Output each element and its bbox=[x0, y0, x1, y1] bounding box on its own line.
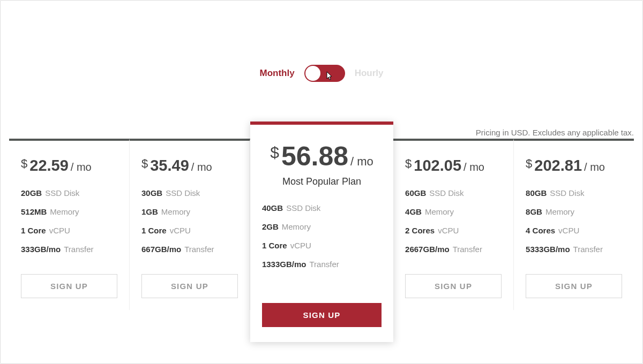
price-period: / mo bbox=[71, 161, 92, 173]
spec-value: 8GB bbox=[526, 207, 542, 216]
pricing-row: $22.59/ mo 20GBSSD Disk 512MBMemory 1 Co… bbox=[9, 122, 634, 342]
signup-button[interactable]: SIGN UP bbox=[405, 274, 502, 298]
plan-specs: 80GBSSD Disk 8GBMemory 4 CoresvCPU 5333G… bbox=[526, 188, 622, 254]
plan-price: $56.88/ mo bbox=[262, 141, 382, 172]
pricing-grid: $22.59/ mo 20GBSSD Disk 512MBMemory 1 Co… bbox=[9, 122, 634, 342]
spec-label: Transfer bbox=[184, 245, 214, 254]
spec-value: 512MB bbox=[21, 207, 47, 216]
plan-specs: 20GBSSD Disk 512MBMemory 1 CorevCPU 333G… bbox=[21, 188, 117, 254]
spec-value: 30GB bbox=[141, 188, 162, 198]
plan-card: $22.59/ mo 20GBSSD Disk 512MBMemory 1 Co… bbox=[9, 139, 130, 310]
spec-label: vCPU bbox=[290, 241, 311, 250]
spec-row: 2 CoresvCPU bbox=[405, 226, 502, 235]
spec-label: SSD Disk bbox=[166, 188, 200, 198]
spec-value: 4GB bbox=[405, 207, 422, 216]
spec-value: 2667GB/mo bbox=[405, 245, 450, 254]
toggle-handle[interactable] bbox=[305, 66, 320, 81]
spec-row: 333GB/moTransfer bbox=[21, 245, 117, 254]
toggle-label-hourly[interactable]: Hourly bbox=[355, 68, 384, 79]
spec-label: vCPU bbox=[49, 226, 70, 235]
spec-row: 1 CorevCPU bbox=[262, 241, 382, 250]
spec-label: vCPU bbox=[170, 226, 191, 235]
plan-specs: 30GBSSD Disk 1GBMemory 1 CorevCPU 667GB/… bbox=[141, 188, 238, 254]
signup-button[interactable]: SIGN UP bbox=[262, 303, 382, 327]
spec-row: 2GBMemory bbox=[262, 222, 382, 231]
plan-card-featured: $56.88/ mo Most Popular Plan 40GBSSD Dis… bbox=[250, 122, 393, 342]
price-period: / mo bbox=[584, 161, 605, 173]
signup-button[interactable]: SIGN UP bbox=[21, 274, 117, 298]
currency-symbol: $ bbox=[526, 157, 532, 170]
spec-row: 512MBMemory bbox=[21, 207, 117, 216]
plan-price: $35.49/ mo bbox=[141, 157, 238, 175]
billing-period-toggle: Monthly Hourly bbox=[1, 1, 642, 82]
plan-card: $102.05/ mo 60GBSSD Disk 4GBMemory 2 Cor… bbox=[393, 139, 514, 310]
spec-label: SSD Disk bbox=[286, 203, 320, 213]
spec-value: 20GB bbox=[21, 188, 42, 198]
spec-value: 333GB/mo bbox=[21, 245, 61, 254]
spec-value: 80GB bbox=[526, 188, 547, 198]
spec-label: Transfer bbox=[309, 260, 339, 269]
spec-label: Transfer bbox=[64, 245, 93, 254]
spec-label: SSD Disk bbox=[429, 188, 463, 198]
spec-row: 2667GB/moTransfer bbox=[405, 245, 502, 254]
spec-label: Memory bbox=[425, 207, 454, 216]
spec-label: Memory bbox=[282, 222, 311, 231]
plan-card: $35.49/ mo 30GBSSD Disk 1GBMemory 1 Core… bbox=[130, 139, 250, 310]
spec-label: SSD Disk bbox=[45, 188, 79, 198]
plan-specs: 60GBSSD Disk 4GBMemory 2 CoresvCPU 2667G… bbox=[405, 188, 502, 254]
spec-value: 2 Cores bbox=[405, 226, 435, 235]
spec-label: Transfer bbox=[453, 245, 482, 254]
spec-row: 1 CorevCPU bbox=[21, 226, 117, 235]
popular-label: Most Popular Plan bbox=[262, 176, 382, 187]
spec-label: Transfer bbox=[573, 245, 603, 254]
spec-row: 667GB/moTransfer bbox=[141, 245, 238, 254]
spec-label: vCPU bbox=[558, 226, 579, 235]
spec-row: 4 CoresvCPU bbox=[526, 226, 622, 235]
plan-card: $202.81/ mo 80GBSSD Disk 8GBMemory 4 Cor… bbox=[514, 139, 634, 310]
spec-value: 1 Core bbox=[21, 226, 46, 235]
spec-label: Memory bbox=[161, 207, 190, 216]
spec-value: 1 Core bbox=[141, 226, 167, 235]
spec-value: 667GB/mo bbox=[141, 245, 181, 254]
spec-row: 1333GB/moTransfer bbox=[262, 260, 382, 269]
currency-symbol: $ bbox=[270, 143, 279, 161]
spec-value: 5333GB/mo bbox=[526, 245, 570, 254]
spec-row: 8GBMemory bbox=[526, 207, 622, 216]
spec-value: 1 Core bbox=[262, 241, 287, 250]
price-period: / mo bbox=[191, 161, 212, 173]
spec-row: 1GBMemory bbox=[141, 207, 238, 216]
spec-value: 4 Cores bbox=[526, 226, 555, 235]
plan-price: $22.59/ mo bbox=[21, 157, 117, 175]
pricing-page: Monthly Hourly Pricing in USD. Excludes … bbox=[0, 0, 643, 364]
price-period: / mo bbox=[350, 155, 373, 168]
spec-row: 80GBSSD Disk bbox=[526, 188, 622, 198]
price-amount: 22.59 bbox=[29, 157, 69, 174]
price-amount: 202.81 bbox=[534, 157, 582, 174]
spec-value: 40GB bbox=[262, 203, 283, 213]
spec-row: 40GBSSD Disk bbox=[262, 203, 382, 213]
spec-row: 4GBMemory bbox=[405, 207, 502, 216]
price-amount: 102.05 bbox=[414, 157, 461, 174]
spec-value: 1333GB/mo bbox=[262, 260, 306, 269]
price-period: / mo bbox=[463, 161, 484, 173]
spec-row: 30GBSSD Disk bbox=[141, 188, 238, 198]
signup-button[interactable]: SIGN UP bbox=[526, 274, 622, 298]
spec-row: 1 CorevCPU bbox=[141, 226, 238, 235]
currency-symbol: $ bbox=[21, 157, 27, 170]
plan-price: $102.05/ mo bbox=[405, 157, 502, 175]
plan-specs: 40GBSSD Disk 2GBMemory 1 CorevCPU 1333GB… bbox=[262, 203, 382, 269]
price-amount: 56.88 bbox=[281, 141, 348, 171]
spec-row: 20GBSSD Disk bbox=[21, 188, 117, 198]
spec-label: Memory bbox=[50, 207, 79, 216]
spec-row: 60GBSSD Disk bbox=[405, 188, 502, 198]
spec-row: 5333GB/moTransfer bbox=[526, 245, 622, 254]
toggle-label-monthly[interactable]: Monthly bbox=[260, 68, 295, 79]
toggle-switch[interactable] bbox=[304, 65, 345, 82]
currency-symbol: $ bbox=[405, 157, 412, 170]
spec-label: Memory bbox=[545, 207, 574, 216]
spec-value: 2GB bbox=[262, 222, 279, 231]
signup-button[interactable]: SIGN UP bbox=[141, 274, 238, 298]
spec-value: 1GB bbox=[141, 207, 158, 216]
spec-label: vCPU bbox=[438, 226, 459, 235]
currency-symbol: $ bbox=[141, 157, 148, 170]
